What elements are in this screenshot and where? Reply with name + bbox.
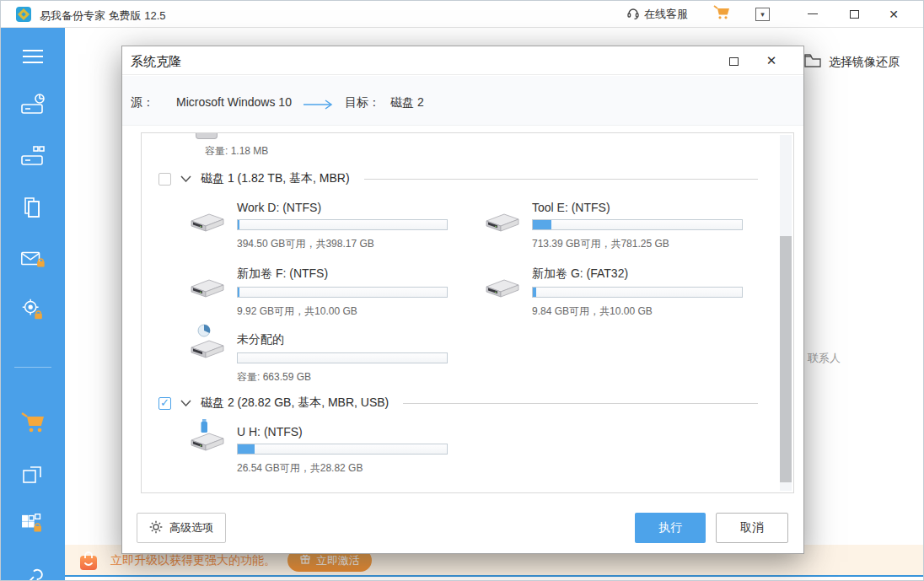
activate-now-label: 立即激活: [316, 553, 360, 568]
gear-icon: [149, 520, 163, 536]
volume-item: Work D: (NTFS) 394.50 GB可用，共398.17 GB: [188, 201, 448, 251]
volume-usage-bar: [532, 219, 743, 230]
menu-icon[interactable]: [19, 43, 46, 70]
source-target-row: 源： Microsoft Windows 10 目标： 磁盘 2: [122, 76, 803, 126]
volume-usage-bar: [237, 444, 448, 455]
unallocated-drive-icon: [188, 324, 227, 385]
smart-backup-locked-icon[interactable]: [19, 296, 46, 323]
partial-drive-icon: [196, 133, 218, 139]
minimize-icon: [808, 13, 818, 14]
volume-name: U H: (NTFS): [237, 425, 448, 438]
volume-usage-bar: [237, 287, 448, 298]
disk-list: 容量: 1.18 MB ✓ 磁盘 1 (1.82 TB, 基本, MBR): [141, 132, 794, 493]
select-image-restore[interactable]: 选择镜像还原: [803, 52, 900, 72]
contacts-label[interactable]: 联系人: [808, 351, 841, 366]
arrow-right-icon: [303, 98, 336, 113]
source-value: Microsoft Windows 10: [176, 95, 292, 109]
caret-down-icon: ▾: [755, 8, 770, 21]
target-value: 磁盘 2: [390, 95, 424, 110]
volume-info: 713.39 GB可用，共781.25 GB: [532, 237, 743, 251]
divider: [364, 179, 758, 180]
titlebar: 易我备份专家 免费版 12.5 在线客服: [1, 1, 923, 28]
hard-drive-icon: [483, 201, 522, 251]
close-button[interactable]: ✕: [881, 1, 906, 27]
volume-usage-bar: [237, 219, 448, 230]
dialog-header: 系统克隆 ✕: [122, 46, 803, 75]
volume-info: 394.50 GB可用，共398.17 GB: [237, 237, 448, 251]
volume-item: Tool E: (NTFS) 713.39 GB可用，共781.25 GB: [483, 201, 743, 251]
volume-info: 26.54 GB可用，共28.82 GB: [237, 461, 448, 476]
hard-drive-icon: [188, 266, 227, 319]
app-title: 易我备份专家 免费版 12.5: [40, 8, 166, 24]
dialog-close-button[interactable]: ✕: [760, 51, 783, 70]
tools-icon[interactable]: [19, 566, 46, 581]
scrollbar[interactable]: [780, 135, 792, 491]
usb-drive-icon: [188, 417, 227, 476]
file-backup-icon[interactable]: [19, 195, 46, 222]
sidebar-divider: [14, 367, 51, 368]
close-icon: ✕: [889, 8, 899, 21]
gift-icon: [299, 553, 311, 568]
volume-name: 新加卷 G: (FAT32): [532, 266, 743, 282]
cart-icon: [713, 5, 730, 24]
system-clone-dialog: 系统克隆 ✕ 源： Microsoft Windows 10 目标： 磁盘 2 …: [121, 46, 804, 554]
store-cart-icon[interactable]: [19, 409, 46, 436]
chevron-down-icon[interactable]: [180, 175, 191, 182]
application-window: 易我备份专家 免费版 12.5 在线客服: [0, 0, 924, 581]
upgrade-message: 立即升级以获得更强大的功能。: [110, 553, 276, 568]
disk-1-checkbox[interactable]: ✓: [158, 173, 171, 186]
disk-1-label: 磁盘 1 (1.82 TB, 基本, MBR): [201, 171, 350, 186]
volume-name: Tool E: (NTFS): [532, 201, 743, 214]
folder-icon: [803, 52, 822, 72]
shopping-bag-icon: [78, 551, 99, 575]
sidebar: [1, 28, 65, 581]
online-service-label: 在线客服: [644, 7, 688, 22]
volume-item: 新加卷 F: (NTFS) 9.92 GB可用，共10.00 GB: [188, 266, 448, 319]
advanced-options-label: 高级选项: [169, 520, 213, 535]
volume-item: 新加卷 G: (FAT32) 9.84 GB可用，共10.00 GB: [483, 266, 743, 319]
hard-drive-icon: [188, 201, 227, 251]
disk-backup-icon[interactable]: [19, 143, 46, 170]
maximize-icon: [850, 10, 859, 19]
select-image-restore-label: 选择镜像还原: [829, 55, 900, 70]
scrollbar-thumb[interactable]: [780, 236, 792, 482]
online-service-button[interactable]: 在线客服: [626, 1, 688, 27]
volume-name: 新加卷 F: (NTFS): [237, 266, 448, 282]
window-bottom-accent: [1, 575, 923, 577]
minimize-button[interactable]: [800, 1, 825, 27]
source-label: 源：: [131, 95, 154, 110]
app-migration-locked-icon[interactable]: [19, 510, 46, 537]
volume-item: U H: (NTFS) 26.54 GB可用，共28.82 GB: [188, 425, 448, 476]
check-icon: ✓: [160, 396, 169, 409]
headset-icon: [626, 6, 640, 23]
volume-usage-bar: [237, 352, 448, 363]
volume-info: 9.84 GB可用，共10.00 GB: [532, 304, 743, 319]
disk-2-checkbox[interactable]: ✓: [158, 397, 171, 410]
app-logo-icon: [16, 7, 31, 22]
disk-2-label: 磁盘 2 (28.82 GB, 基本, MBR, USB): [201, 395, 389, 411]
hard-drive-icon: [483, 266, 522, 319]
advanced-options-button[interactable]: 高级选项: [137, 513, 226, 543]
chevron-down-icon[interactable]: [180, 400, 191, 406]
store-button[interactable]: [713, 1, 730, 27]
volume-item: 未分配的 容量: 663.59 GB: [188, 332, 448, 385]
divider: [403, 403, 758, 404]
update-dropdown-button[interactable]: ▾: [755, 1, 770, 27]
disk-2-header: ✓ 磁盘 2 (28.82 GB, 基本, MBR, USB): [158, 395, 758, 411]
maximize-button[interactable]: [841, 1, 867, 27]
execute-button[interactable]: 执行: [635, 513, 706, 543]
clone-icon[interactable]: [19, 461, 46, 488]
close-icon: ✕: [766, 53, 777, 68]
dialog-maximize-button[interactable]: [723, 53, 744, 70]
mail-backup-locked-icon[interactable]: [19, 245, 46, 272]
maximize-icon: [729, 57, 739, 66]
partial-volume-capacity: 容量: 1.18 MB: [205, 144, 268, 159]
target-label: 目标：: [345, 95, 380, 110]
disk-1-header: ✓ 磁盘 1 (1.82 TB, 基本, MBR): [158, 171, 758, 186]
cancel-button[interactable]: 取消: [716, 513, 788, 543]
volume-info: 9.92 GB可用，共10.00 GB: [237, 304, 448, 319]
system-backup-icon[interactable]: [19, 92, 46, 119]
volume-info: 容量: 663.59 GB: [237, 370, 448, 385]
volume-name: 未分配的: [237, 332, 448, 347]
dialog-title: 系统克隆: [131, 54, 181, 70]
